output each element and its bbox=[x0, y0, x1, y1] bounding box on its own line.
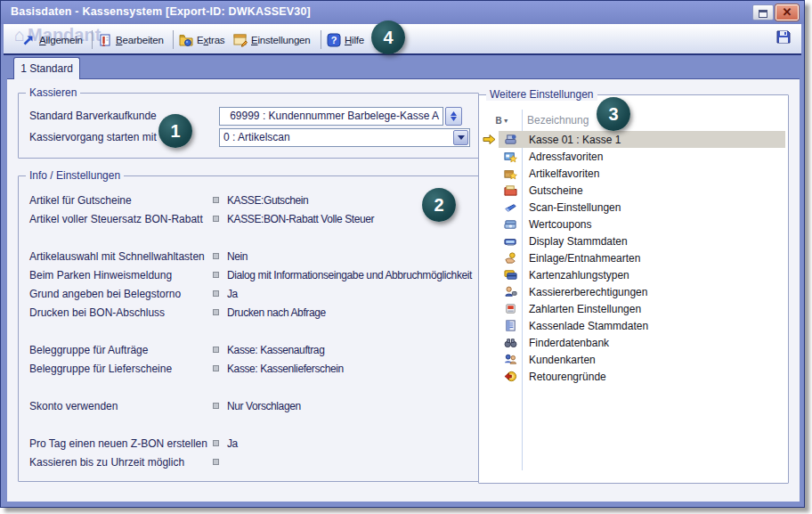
list-item-kassenlade-stammdaten[interactable]: Kassenlade Stammdaten bbox=[481, 317, 786, 334]
callout-4: 4 bbox=[371, 20, 405, 54]
settings-window-icon bbox=[233, 33, 248, 47]
bullet-icon bbox=[213, 290, 219, 297]
bullet-icon bbox=[213, 459, 219, 465]
list-item-finderdatenbank[interactable]: Finderdatenbank bbox=[481, 334, 786, 351]
info-row: Artikel voller Steuersatz BON-RabattKASS… bbox=[29, 209, 374, 228]
list-item-scan-einstellungen[interactable]: Scan-Einstellungen bbox=[481, 199, 786, 216]
spinner-down-icon bbox=[451, 117, 457, 121]
column-header-bezeichnung[interactable]: Bezeichnung bbox=[520, 114, 589, 126]
spinner-buttons[interactable] bbox=[445, 107, 462, 126]
list-item-gutscheine[interactable]: Gutscheine bbox=[481, 182, 786, 199]
folder-tools-icon bbox=[179, 33, 193, 47]
toolbar-button-allgemein[interactable]: Allgemein bbox=[21, 29, 83, 51]
minimize-icon bbox=[759, 10, 767, 18]
field-standard-barverkaufkunde: Standard Barverkaufkunde 69999 : Kundenn… bbox=[29, 106, 471, 126]
info-row: Drucken bei BON-AbschlussDrucken nach Ab… bbox=[29, 303, 326, 322]
return-reasons-icon bbox=[504, 370, 517, 383]
callout-1: 1 bbox=[158, 114, 192, 148]
group-kassieren-title: Kassieren bbox=[26, 86, 80, 99]
svg-text:?: ? bbox=[331, 35, 337, 45]
group-weitere-title: Weitere Einstellungen bbox=[486, 88, 597, 101]
binoculars-icon bbox=[504, 336, 517, 349]
group-weitere-einstellungen: Weitere Einstellungen B▼ Bezeichnung Kas… bbox=[478, 94, 789, 484]
toolbar-button-bearbeiten[interactable]: Bearbeiten bbox=[98, 29, 164, 51]
current-row-arrow-icon bbox=[483, 134, 496, 145]
toolbar-separator bbox=[321, 30, 321, 49]
window-title: Basisdaten - Kassensystem [Export-ID: DW… bbox=[11, 5, 311, 18]
bullet-icon bbox=[213, 309, 219, 315]
list-item-artikelfavoriten[interactable]: Artikelfavoriten bbox=[481, 165, 786, 182]
dropdown-arrow-button[interactable] bbox=[453, 130, 468, 145]
bullet-icon bbox=[213, 365, 219, 371]
callout-2: 2 bbox=[422, 188, 456, 222]
bullet-icon bbox=[213, 197, 219, 203]
group-info-title: Info / Einstellungen bbox=[26, 169, 124, 182]
tab-page: Kassieren Standard Barverkaufkunde 69999… bbox=[7, 78, 800, 502]
info-row: Pro Tag einen neuen Z-BON erstellenJa bbox=[29, 434, 238, 453]
info-row: Beleggruppe für LieferscheineKasse: Kass… bbox=[29, 359, 344, 378]
banknotes-icon bbox=[504, 217, 517, 231]
close-icon: ✕ bbox=[783, 5, 792, 19]
group-info-einstellungen: Info / Einstellungen Artikel für Gutsche… bbox=[18, 175, 479, 482]
field-label: Standard Barverkaufkunde bbox=[29, 110, 219, 122]
callout-3: 3 bbox=[597, 97, 630, 131]
hand-coin-icon bbox=[504, 251, 517, 265]
scanner-icon bbox=[504, 200, 517, 214]
minimize-button[interactable] bbox=[752, 4, 774, 20]
title-bar: Basisdaten - Kassensystem [Export-ID: DW… bbox=[1, 1, 804, 24]
bullet-icon bbox=[213, 272, 219, 278]
bullet-icon bbox=[213, 403, 219, 409]
list-item-kasse[interactable]: Kasse 01 : Kasse 1 bbox=[481, 131, 786, 148]
info-row: Beleggruppe für AufträgeKasse: Kassenauf… bbox=[29, 340, 324, 359]
barverkaufkunde-input[interactable]: 69999 : Kundennummer Barbelege-Kasse A bbox=[219, 107, 443, 126]
cashier-permission-icon bbox=[504, 285, 517, 298]
app-window: Basisdaten - Kassensystem [Export-ID: DW… bbox=[0, 0, 805, 508]
kassiervorgang-dropdown[interactable]: 0 : Artikelscan bbox=[219, 128, 470, 147]
edit-document-icon bbox=[98, 33, 112, 47]
save-button[interactable] bbox=[776, 29, 791, 47]
info-row: Skonto verwendenNur Vorschlagen bbox=[29, 396, 301, 415]
close-button[interactable]: ✕ bbox=[775, 4, 799, 20]
payment-settings-icon bbox=[504, 302, 517, 315]
settings-list: Kasse 01 : Kasse 1 Adressfavoriten Artik… bbox=[481, 131, 786, 385]
list-item-kassiererberechtigungen[interactable]: Kassiererberechtigungen bbox=[481, 283, 786, 300]
address-favorites-icon bbox=[504, 150, 517, 163]
list-item-kundenkarten[interactable]: Kundenkarten bbox=[481, 351, 786, 368]
customer-cards-icon bbox=[504, 353, 517, 366]
info-row: Artikelauswahl mit SchnellwahltastenNein bbox=[29, 247, 248, 265]
list-item-kartenzahlungstypen[interactable]: Kartenzahlungstypen bbox=[481, 266, 786, 283]
display-icon bbox=[504, 234, 517, 248]
cash-register-icon bbox=[504, 133, 517, 146]
bullet-icon bbox=[213, 440, 219, 446]
help-icon: ? bbox=[327, 33, 341, 47]
chevron-down-icon bbox=[458, 135, 465, 140]
toolbar-separator bbox=[92, 30, 93, 49]
sort-column-icon[interactable]: B▼ bbox=[484, 116, 520, 126]
tab-standard[interactable]: 1 Standard bbox=[13, 57, 80, 79]
save-floppy-icon bbox=[776, 29, 791, 44]
info-row: Grund angeben bei BelegstornoJa bbox=[29, 284, 238, 303]
list-item-wertcoupons[interactable]: Wertcoupons bbox=[481, 216, 786, 233]
list-header[interactable]: B▼ Bezeichnung bbox=[484, 111, 783, 129]
bullet-icon bbox=[213, 216, 219, 222]
arrow-up-right-icon bbox=[21, 33, 36, 47]
toolbar-button-extras[interactable]: Extras bbox=[179, 29, 224, 51]
cash-drawer-icon bbox=[504, 319, 517, 332]
list-item-adressfavoriten[interactable]: Adressfavoriten bbox=[481, 148, 786, 165]
info-row: Beim Parken HinweismeldungDialog mit Inf… bbox=[29, 265, 472, 284]
bullet-icon bbox=[213, 253, 219, 259]
toolbar-separator bbox=[173, 30, 174, 49]
article-favorites-icon bbox=[504, 167, 517, 180]
toolbar-button-einstellungen[interactable]: Einstellungen bbox=[233, 29, 310, 51]
list-item-einlage-entnahmearten[interactable]: Einlage/Entnahmearten bbox=[481, 249, 786, 266]
payment-cards-icon bbox=[504, 268, 517, 281]
group-kassieren: Kassieren Standard Barverkaufkunde 69999… bbox=[18, 93, 479, 159]
list-item-zahlarten-einstellungen[interactable]: Zahlarten Einstellungen bbox=[481, 300, 786, 317]
list-item-retourengruende[interactable]: Retourengründe bbox=[481, 368, 786, 385]
info-row: Kassieren bis zu Uhrzeit möglich bbox=[29, 453, 227, 471]
toolbar-button-hilfe[interactable]: ? Hilfe bbox=[327, 29, 364, 51]
voucher-folder-icon bbox=[504, 184, 517, 197]
spinner-up-icon bbox=[451, 111, 457, 116]
list-item-display-stammdaten[interactable]: Display Stammdaten bbox=[481, 233, 786, 249]
field-kassiervorgang: Kassiervorgang starten mit 0 : Artikelsc… bbox=[29, 127, 471, 147]
